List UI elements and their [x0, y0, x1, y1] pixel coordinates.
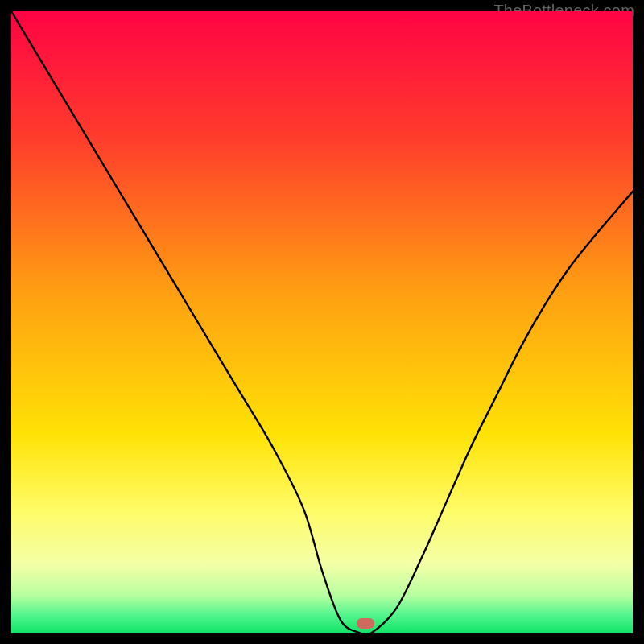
plot-area	[11, 11, 633, 633]
chart-frame: TheBottleneck.com	[0, 0, 644, 644]
optimal-marker	[357, 618, 374, 629]
gradient-background	[11, 11, 633, 633]
chart-svg	[11, 11, 633, 633]
